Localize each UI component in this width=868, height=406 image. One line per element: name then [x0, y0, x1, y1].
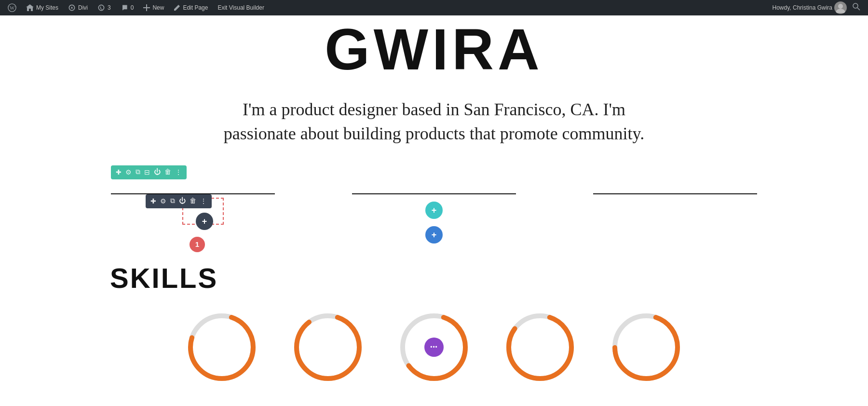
badge-number: 1: [190, 237, 205, 252]
edit-page-label: Edit Page: [183, 4, 208, 11]
skill-circle-4: [502, 309, 579, 386]
skill-circle-3: •••: [395, 309, 473, 386]
exit-vb-label: Exit Visual Builder: [217, 4, 264, 11]
skill-svg-4: [502, 309, 579, 386]
module-options-button[interactable]: •••: [424, 338, 444, 357]
my-sites-label: My Sites: [36, 4, 58, 11]
avatar[interactable]: [834, 1, 847, 14]
skill-circle-1: [183, 309, 260, 386]
comments-icon: [121, 4, 128, 12]
row-duplicate-icon[interactable]: ⧉: [170, 197, 175, 205]
comments-menu[interactable]: 0: [117, 0, 138, 15]
plus-icon: [143, 4, 150, 11]
skill-svg-5: [608, 309, 685, 386]
exit-vb-button[interactable]: Exit Visual Builder: [214, 0, 268, 15]
search-icon[interactable]: [849, 3, 864, 13]
divi-icon: [68, 4, 76, 12]
add-module-button-dark[interactable]: +: [196, 213, 213, 230]
comments-count: 0: [131, 4, 134, 11]
section-toolbar: ✚ ⚙ ⧉ ⊟ ⏻ 🗑 ⋮: [111, 165, 187, 179]
section-add-icon[interactable]: ✚: [116, 168, 122, 176]
row-disable-icon[interactable]: ⏻: [179, 197, 186, 205]
row-toolbar: ✚ ⚙ ⧉ ⏻ 🗑 ⋮: [146, 194, 212, 208]
divider-center: [352, 193, 516, 194]
new-label: New: [152, 4, 164, 11]
howdy-text: Howdy, Christina Gwira: [773, 4, 832, 11]
builder-section: ✚ ⚙ ⧉ ⊟ ⏻ 🗑 ⋮ ✚ ⚙ ⧉ ⏻ 🗑 ⋮ + 1 + +: [111, 165, 757, 252]
add-section-button-teal[interactable]: +: [425, 202, 443, 219]
row-settings-icon[interactable]: ⚙: [160, 197, 166, 205]
section-settings-icon[interactable]: ⚙: [125, 168, 132, 176]
skills-circles-row: •••: [110, 309, 758, 386]
svg-text:W: W: [10, 5, 15, 11]
divider-right: [593, 193, 757, 194]
new-menu[interactable]: New: [139, 0, 168, 15]
skills-title: SKILLS: [110, 262, 758, 294]
my-sites-menu[interactable]: My Sites: [22, 0, 62, 15]
admin-bar-right: Howdy, Christina Gwira: [773, 1, 864, 14]
revisions-menu[interactable]: 3: [94, 0, 115, 15]
main-content: GWIRA I'm a product designer based in Sa…: [0, 15, 868, 405]
wp-logo[interactable]: W: [4, 0, 20, 15]
section-delete-icon[interactable]: 🗑: [164, 168, 171, 176]
dots-icon: •••: [430, 344, 438, 351]
section-more-icon[interactable]: ⋮: [175, 168, 182, 176]
revisions-count: 3: [108, 4, 111, 11]
revisions-icon: [97, 4, 105, 12]
svg-point-2: [838, 4, 843, 9]
skill-svg-2: [289, 309, 366, 386]
divi-label: Divi: [78, 4, 88, 11]
edit-page-menu[interactable]: Edit Page: [170, 0, 212, 15]
skill-circle-5: [608, 309, 685, 386]
skills-section: SKILLS: [0, 252, 868, 386]
row-more-icon[interactable]: ⋮: [200, 197, 207, 205]
section-duplicate-icon[interactable]: ⧉: [136, 168, 140, 176]
add-row-button-blue[interactable]: +: [425, 226, 443, 244]
svg-point-3: [853, 3, 858, 8]
skill-svg-1: [183, 309, 260, 386]
admin-bar: W My Sites Divi 3 0 New Edit Page Exit V…: [0, 0, 868, 15]
section-disable-icon[interactable]: ⏻: [154, 168, 161, 176]
site-title: GWIRA: [325, 15, 543, 88]
row-delete-icon[interactable]: 🗑: [190, 197, 196, 205]
row-add-icon[interactable]: ✚: [150, 197, 156, 205]
pencil-icon: [174, 4, 180, 11]
section-columns-icon[interactable]: ⊟: [144, 168, 150, 176]
house-icon: [26, 4, 34, 11]
divi-menu[interactable]: Divi: [64, 0, 92, 15]
svg-line-4: [857, 8, 860, 10]
skill-circle-2: [289, 309, 366, 386]
svg-point-8: [297, 316, 359, 379]
bio-text: I'm a product designer based in San Fran…: [217, 97, 651, 146]
